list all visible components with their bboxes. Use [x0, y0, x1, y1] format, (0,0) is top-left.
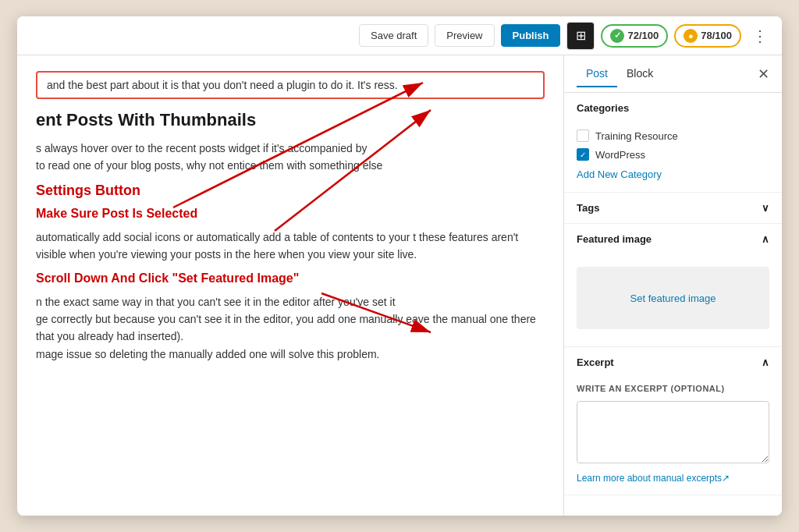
seo-score-icon: ✓ [610, 29, 624, 43]
excerpt-section: Excerpt ∧ WRITE AN EXCERPT (OPTIONAL) Le… [564, 347, 782, 495]
settings-grid-icon: ⊞ [576, 28, 586, 43]
preview-button[interactable]: Preview [435, 24, 494, 47]
excerpt-label: Excerpt [577, 356, 614, 368]
excerpt-header[interactable]: Excerpt ∧ [564, 347, 782, 378]
wordpress-label: WordPress [595, 149, 645, 161]
sidebar-header: Post Block ✕ [564, 55, 782, 93]
annotation-set-featured: Scroll Down And Click "Set Featured Imag… [36, 271, 545, 286]
annotation-settings-button: Settings Button [36, 183, 545, 199]
tags-label: Tags [577, 202, 599, 214]
training-resource-label: Training Resource [595, 130, 678, 142]
excerpt-chevron-icon: ∧ [762, 356, 769, 368]
sidebar-close-button[interactable]: ✕ [758, 66, 769, 83]
featured-image-section: Featured image ∧ Set featured image [564, 224, 782, 347]
featured-image-chevron-icon: ∧ [762, 233, 769, 245]
highlight-block: and the best part about it is that you d… [36, 71, 545, 99]
excerpt-textarea[interactable] [577, 401, 769, 463]
categories-content: Training Resource ✓ WordPress Add New Ca… [564, 123, 782, 192]
seo-score-value: 72/100 [627, 30, 659, 41]
toolbar: Save draft Preview Publish ⊞ ✓ 72/100 ● … [17, 16, 782, 55]
publish-button[interactable]: Publish [501, 24, 561, 47]
excerpt-content: WRITE AN EXCERPT (OPTIONAL) Learn more a… [564, 378, 782, 495]
seo-score-badge: ✓ 72/100 [601, 24, 668, 48]
tab-post[interactable]: Post [577, 61, 617, 87]
category-wordpress: ✓ WordPress [577, 148, 769, 161]
featured-image-header[interactable]: Featured image ∧ [564, 224, 782, 254]
paragraph-5: ge correctly but because you can't see i… [36, 310, 545, 346]
training-resource-checkbox[interactable] [577, 129, 589, 142]
add-new-category-link[interactable]: Add New Category [577, 168, 662, 180]
readability-score-badge: ● 78/100 [674, 24, 741, 48]
paragraph-6: mage issue so deleting the manually adde… [36, 346, 545, 363]
tab-block[interactable]: Block [617, 61, 662, 87]
annotation-post-selected: Make Sure Post Is Selected [36, 207, 545, 221]
tags-header[interactable]: Tags ∨ [564, 193, 782, 223]
featured-image-content: Set featured image [564, 254, 782, 346]
settings-toggle-button[interactable]: ⊞ [566, 22, 595, 50]
set-featured-image-link[interactable]: Set featured image [630, 293, 716, 304]
categories-section: Categories Training Resource ✓ WordPress… [564, 93, 782, 193]
content-area: and the best part about it is that you d… [17, 55, 563, 516]
wordpress-checkbox[interactable]: ✓ [577, 148, 589, 161]
tags-section: Tags ∨ [564, 193, 782, 224]
readability-score-value: 78/100 [701, 30, 732, 41]
paragraph-1: s always hover over to the recent posts … [36, 140, 545, 157]
sidebar: Post Block ✕ Categories Training Resourc… [563, 55, 782, 516]
save-draft-button[interactable]: Save draft [359, 24, 428, 47]
highlight-text: and the best part about it is that you d… [47, 79, 398, 91]
paragraph-2: to read one of your blog posts, why not … [36, 157, 545, 174]
paragraph-3: automatically add social icons or automa… [36, 229, 545, 264]
category-training-resource: Training Resource [577, 129, 769, 142]
categories-header[interactable]: Categories [564, 93, 782, 123]
main-area: and the best part about it is that you d… [17, 55, 782, 516]
more-options-button[interactable]: ⋮ [748, 27, 772, 45]
categories-label: Categories [577, 102, 629, 114]
section-title: ent Posts With Thumbnails [36, 110, 545, 130]
paragraph-4: n the exact same way in that you can't s… [36, 293, 545, 310]
excerpt-field-label: WRITE AN EXCERPT (OPTIONAL) [577, 384, 769, 393]
readability-score-icon: ● [684, 29, 698, 43]
featured-image-placeholder: Set featured image [577, 267, 769, 329]
tags-chevron-down-icon: ∨ [762, 202, 769, 214]
learn-more-excerpts-link[interactable]: Learn more about manual excerpts↗ [577, 473, 769, 484]
featured-image-label: Featured image [577, 233, 652, 245]
sidebar-body: Categories Training Resource ✓ WordPress… [564, 93, 782, 516]
